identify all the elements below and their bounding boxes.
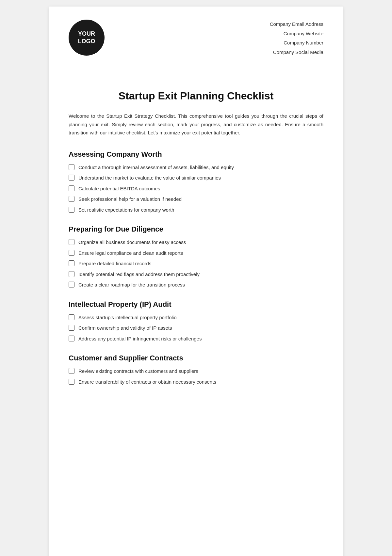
section-title-2: Preparing for Due Diligence — [69, 225, 323, 234]
list-item: Assess startup's intellectual property p… — [69, 314, 323, 321]
checklist-4: Review existing contracts with customers… — [69, 368, 323, 386]
section-title-4: Customer and Supplier Contracts — [69, 354, 323, 362]
section-title-1: Assessing Company Worth — [69, 150, 323, 159]
item-text: Ensure legal compliance and clean audit … — [78, 250, 183, 257]
company-info: Company Email Address Company Website Co… — [270, 20, 323, 57]
item-text: Organize all business documents for easy… — [78, 239, 186, 246]
checkbox[interactable] — [69, 314, 74, 320]
logo-text-line2: LOGO — [78, 38, 95, 45]
item-text: Address any potential IP infringement ri… — [78, 335, 202, 343]
page: YOUR LOGO Company Email Address Company … — [49, 7, 343, 556]
checkbox[interactable] — [69, 336, 74, 341]
checkbox[interactable] — [69, 207, 74, 213]
list-item: Calculate potential EBITDA outcomes — [69, 185, 323, 193]
item-text: Prepare detailed financial records — [78, 260, 151, 268]
list-item: Organize all business documents for easy… — [69, 239, 323, 246]
company-email: Company Email Address — [270, 20, 323, 29]
checkbox[interactable] — [69, 185, 74, 191]
section-title-3: Intellectual Property (IP) Audit — [69, 300, 323, 309]
item-text: Ensure transferability of contracts or o… — [78, 378, 216, 386]
main-content: Startup Exit Planning Checklist Welcome … — [49, 67, 343, 417]
list-item: Set realistic expectations for company w… — [69, 206, 323, 214]
checkbox[interactable] — [69, 282, 74, 287]
section-due-diligence: Preparing for Due Diligence Organize all… — [69, 225, 323, 289]
checkbox[interactable] — [69, 379, 74, 385]
checklist-1: Conduct a thorough internal assessment o… — [69, 164, 323, 214]
checklist-2: Organize all business documents for easy… — [69, 239, 323, 289]
section-contracts: Customer and Supplier Contracts Review e… — [69, 354, 323, 386]
company-logo: YOUR LOGO — [69, 20, 105, 56]
checklist-3: Assess startup's intellectual property p… — [69, 314, 323, 343]
item-text: Seek professional help for a valuation i… — [78, 196, 182, 203]
checkbox[interactable] — [69, 239, 74, 245]
item-text: Understand the market to evaluate the va… — [78, 174, 221, 182]
checkbox[interactable] — [69, 175, 74, 181]
company-social: Company Social Media — [270, 48, 323, 57]
item-text: Identify potential red flags and address… — [78, 271, 200, 278]
list-item: Ensure transferability of contracts or o… — [69, 378, 323, 386]
section-assessing-company-worth: Assessing Company Worth Conduct a thorou… — [69, 150, 323, 214]
item-text: Calculate potential EBITDA outcomes — [78, 185, 160, 193]
list-item: Create a clear roadmap for the transitio… — [69, 281, 323, 289]
list-item: Seek professional help for a valuation i… — [69, 196, 323, 203]
list-item: Identify potential red flags and address… — [69, 271, 323, 278]
list-item: Address any potential IP infringement ri… — [69, 335, 323, 343]
checkbox[interactable] — [69, 368, 74, 374]
page-title: Startup Exit Planning Checklist — [69, 90, 323, 102]
list-item: Understand the market to evaluate the va… — [69, 174, 323, 182]
list-item: Ensure legal compliance and clean audit … — [69, 250, 323, 257]
list-item: Prepare detailed financial records — [69, 260, 323, 268]
company-website: Company Website — [270, 29, 323, 39]
item-text: Review existing contracts with customers… — [78, 368, 198, 375]
checkbox[interactable] — [69, 196, 74, 202]
company-number: Company Number — [270, 38, 323, 48]
checkbox[interactable] — [69, 271, 74, 277]
item-text: Confirm ownership and validity of IP ass… — [78, 324, 172, 332]
checkbox[interactable] — [69, 325, 74, 331]
logo-text-line1: YOUR — [78, 30, 95, 38]
item-text: Assess startup's intellectual property p… — [78, 314, 177, 321]
item-text: Create a clear roadmap for the transitio… — [78, 281, 185, 289]
section-ip-audit: Intellectual Property (IP) Audit Assess … — [69, 300, 323, 343]
list-item: Review existing contracts with customers… — [69, 368, 323, 375]
list-item: Confirm ownership and validity of IP ass… — [69, 324, 323, 332]
checkbox[interactable] — [69, 250, 74, 256]
checkbox[interactable] — [69, 164, 74, 170]
checkbox[interactable] — [69, 260, 74, 266]
list-item: Conduct a thorough internal assessment o… — [69, 164, 323, 171]
item-text: Set realistic expectations for company w… — [78, 206, 174, 214]
item-text: Conduct a thorough internal assessment o… — [78, 164, 234, 171]
header: YOUR LOGO Company Email Address Company … — [49, 7, 343, 63]
intro-text: Welcome to the Startup Exit Strategy Che… — [69, 112, 323, 137]
